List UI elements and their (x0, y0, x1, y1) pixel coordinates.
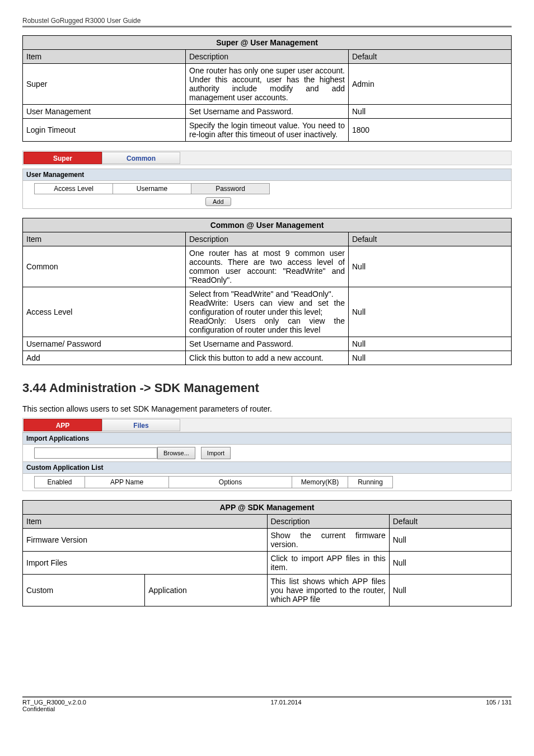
row-def: Null (349, 287, 512, 337)
row-def: Null (389, 575, 511, 606)
browse-button[interactable]: Browse... (157, 447, 195, 459)
row-desc: Set Username and Password. (186, 337, 349, 351)
row-item: Username/ Password (23, 337, 186, 351)
row-def: Null (349, 337, 512, 351)
col-access-level: Access Level (35, 184, 113, 194)
table2-title: Common @ User Management (23, 218, 512, 232)
row-item: Firmware Version (23, 529, 268, 552)
row-item-application: Application (145, 575, 267, 606)
row-desc: Click to import APP files in this item. (267, 552, 389, 575)
cal-col-memory: Memory(KB) (292, 477, 348, 488)
row-item: Super (23, 64, 186, 105)
section-heading: 3.44 Administration -> SDK Management (22, 381, 512, 395)
th-desc: Description (186, 50, 349, 64)
row-desc: Click this button to add a new account. (186, 351, 349, 365)
footer-left2: Confidential (22, 706, 86, 712)
table3-title: APP @ SDK Management (23, 501, 512, 515)
common-user-management-table: Common @ User Management Item Descriptio… (22, 218, 512, 365)
footer-center: 17.01.2014 (271, 699, 302, 712)
row-desc: This list shows which APP files you have… (267, 575, 389, 606)
row-item: Import Files (23, 552, 268, 575)
tab-common[interactable]: Common (102, 152, 180, 164)
header-divider (22, 26, 512, 27)
section-lead: This section allows users to set SDK Man… (22, 404, 512, 413)
page-header: Robustel GoRugged R3000 User Guide (22, 17, 512, 25)
row-item: Common (23, 246, 186, 287)
row-desc: Specify the login timeout value. You nee… (186, 119, 349, 142)
th-item: Item (23, 515, 268, 529)
th-default: Default (349, 232, 512, 246)
page-footer: RT_UG_R3000_v.2.0.0 Confidential 17.01.2… (22, 696, 512, 712)
cal-col-running: Running (348, 477, 393, 488)
col-username: Username (113, 184, 191, 194)
custom-application-list-header: Custom Application List (23, 462, 511, 474)
footer-left: RT_UG_R3000_v.2.0.0 (22, 699, 86, 706)
row-desc: Set Username and Password. (186, 105, 349, 119)
row-def: 1800 (349, 119, 512, 142)
app-sdk-management-table: APP @ SDK Management Item Description De… (22, 500, 512, 606)
row-item-custom: Custom (23, 575, 145, 606)
user-management-header: User Management (23, 169, 511, 181)
row-item: Login Timeout (23, 119, 186, 142)
add-button[interactable]: Add (205, 197, 231, 206)
th-default: Default (349, 50, 512, 64)
row-item: Access Level (23, 287, 186, 337)
tab-super[interactable]: Super (24, 152, 102, 164)
row-item: User Management (23, 105, 186, 119)
row-def: Null (349, 351, 512, 365)
th-default: Default (389, 515, 511, 529)
cal-col-options: Options (169, 477, 292, 488)
row-def: Null (349, 246, 512, 287)
super-user-management-table: Super @ User Management Item Description… (22, 35, 512, 142)
import-button[interactable]: Import (201, 447, 231, 459)
th-desc: Description (267, 515, 389, 529)
row-desc: One router has at most 9 common user acc… (186, 246, 349, 287)
import-file-input[interactable] (34, 447, 157, 459)
th-item: Item (23, 232, 186, 246)
col-password: Password (191, 184, 270, 194)
th-item: Item (23, 50, 186, 64)
row-desc: Show the current firmware version. (267, 529, 389, 552)
tab-app[interactable]: APP (24, 419, 102, 431)
row-desc: One router has only one super user accou… (186, 64, 349, 105)
tab-files[interactable]: Files (102, 419, 180, 431)
cal-col-appname: APP Name (85, 477, 169, 488)
row-desc: Select from "ReadWrite" and "ReadOnly". … (186, 287, 349, 337)
row-def: Null (349, 105, 512, 119)
cal-col-enabled: Enabled (35, 477, 85, 488)
footer-right: 105 / 131 (486, 699, 512, 712)
row-def: Null (389, 552, 511, 575)
import-applications-header: Import Applications (23, 433, 511, 445)
table1-title: Super @ User Management (23, 36, 512, 50)
row-def: Admin (349, 64, 512, 105)
th-desc: Description (186, 232, 349, 246)
row-item: Add (23, 351, 186, 365)
row-def: Null (389, 529, 511, 552)
